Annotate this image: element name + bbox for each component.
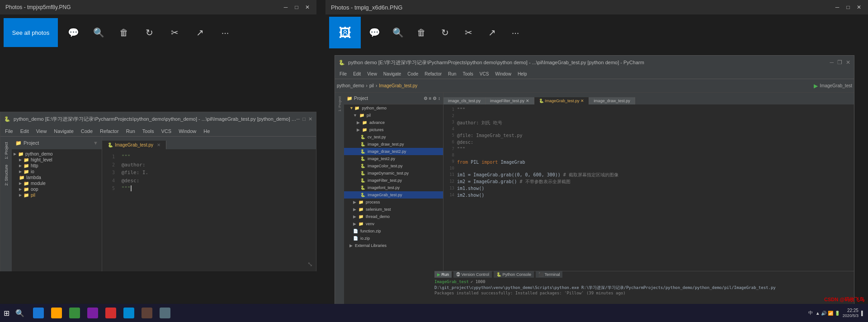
inner-pycharm-close[interactable]: ✕ [846,59,850,66]
right-close-button[interactable]: ✕ [855,4,863,11]
tree-item-hight-level[interactable]: ▶ 📁 hight_level [12,157,102,163]
inner-menu-vcs[interactable]: VCS [477,71,492,76]
tree-item-lambda[interactable]: 📁 lambda [12,175,102,180]
inner-menu-file[interactable]: File [337,71,349,76]
tree-item-io[interactable]: ▶ 📁 io [12,169,102,175]
pycharm-minimize[interactable]: ─ [297,116,300,122]
maximize-button[interactable]: □ [293,4,300,11]
tree-item-oop[interactable]: ▶ 📁 oop [12,186,102,192]
inner-tree-imagecolor[interactable]: 🐍 imageColor_test.py [344,162,443,170]
right-comment-icon-button[interactable]: 💬 [364,23,384,43]
project-settings-icon[interactable]: ▼ [93,140,98,146]
inner-menu-run[interactable]: Run [445,71,459,76]
inner-project-settings[interactable]: ⚙ ≡ ⚙ ↕ [424,96,440,101]
right-maximize-button[interactable]: □ [844,4,852,11]
rotate-icon-button[interactable]: ↻ [139,23,159,43]
inner-tree-io-zip[interactable]: 📄 io.zip [344,235,443,242]
taskbar-item-1[interactable] [30,305,47,321]
inner-tab-imagefilter[interactable]: imageFilter_test.py ✕ [486,97,534,104]
editor-tab-imagegrab[interactable]: 🐍 ImageGrab_test.py ✕ [102,141,166,149]
menu-file[interactable]: File [2,128,16,134]
inner-menu-help[interactable]: Help [515,71,530,76]
taskbar-search[interactable]: 🔍 [13,306,27,320]
see-all-photos-button[interactable]: See all photos [4,18,58,47]
show-desktop[interactable]: ▌ [861,311,864,316]
minimize-button[interactable]: ─ [282,4,289,11]
right-more-icon-button[interactable]: ··· [505,23,525,43]
inner-menu-view[interactable]: View [364,71,380,76]
inner-tree-python-demo[interactable]: ▼ 📁 python_demo [344,104,443,112]
sidebar-structure-tab[interactable]: 2: Structure [3,163,9,188]
tab-close-icon[interactable]: ✕ [157,142,160,147]
taskbar-item-8[interactable] [157,305,173,321]
inner-tab-imagegrab[interactable]: 🐍 ImageGrab_test.py ✕ [534,97,590,104]
inner-tree-imagedynamic[interactable]: 🐍 imageDynamic_test.py [344,170,443,177]
menu-tools[interactable]: Tools [140,128,157,134]
inner-tree-pictures[interactable]: ▶ 📁 pictures [344,126,443,133]
pycharm-maximize[interactable]: □ [302,116,306,122]
menu-edit[interactable]: Edit [18,128,32,134]
inner-tree-imagefont[interactable]: 🐍 imagefont_test.py [344,184,443,191]
inner-menu-code[interactable]: Code [405,71,421,76]
more-icon-button[interactable]: ··· [215,23,235,43]
inner-tree-process[interactable]: ▶ 📁 process [344,199,443,206]
tree-item-pil[interactable]: ▶ 📁 pil [12,192,102,198]
bottom-tab-python-console[interactable]: 🐍 Python Console [494,271,534,278]
taskbar-item-2[interactable] [48,305,65,321]
taskbar-time[interactable]: 22:25 2020/5/3 [843,308,859,319]
bottom-tab-terminal[interactable]: ⬛ Terminal [536,271,562,278]
delete-icon-button[interactable]: 🗑 [114,23,134,43]
inner-tree-selenium[interactable]: ▶ 📁 selenium_test [344,206,443,213]
sidebar-project-tab[interactable]: 1: Project [3,140,9,161]
bottom-tab-run[interactable]: ▶ Run [443,271,452,278]
inner-tree-cv-test[interactable]: 🐍 cv_test.py [344,133,443,141]
draw-icon-button[interactable]: ✂ [165,23,184,43]
menu-window[interactable]: Window [176,128,199,134]
menu-refactor[interactable]: Refactor [97,128,122,134]
tree-item-python-demo[interactable]: ▶ 📁 python_demo [12,151,102,157]
inner-tab-image-draw[interactable]: image_draw_test.py [589,97,635,104]
inner-tree-image-draw2[interactable]: 🐍 image_draw_test2.py [344,148,443,155]
inner-tree-pil[interactable]: ▼ 📁 pil [344,112,443,119]
bottom-tab-vcs[interactable]: ⓾ Version Control [453,271,492,278]
input-method[interactable]: 中 [808,310,813,316]
inner-tree-thread[interactable]: ▶ 📁 thread_demo [344,213,443,220]
inner-tree-image-draw[interactable]: 🐍 image_draw_test.py [344,141,443,148]
inner-menu-window[interactable]: Window [492,71,514,76]
right-delete-icon-button[interactable]: 🗑 [411,23,431,43]
taskbar-item-4[interactable] [85,305,101,321]
menu-run[interactable]: Run [123,128,138,134]
resize-handle[interactable]: ⤡ [307,260,313,268]
photos-image-button[interactable]: 🖼 [329,17,361,48]
right-share-icon-button[interactable]: ↗ [482,23,502,43]
inner-menu-refactor[interactable]: Refactor [422,71,444,76]
menu-view[interactable]: View [33,128,50,134]
inner-pycharm-minimize[interactable]: ─ [830,59,834,66]
right-rotate-icon-button[interactable]: ↻ [435,23,455,43]
inner-tree-venv[interactable]: ▶ 📁 venv [344,220,443,227]
taskbar-item-3[interactable] [66,305,83,321]
inner-tab-image-cls[interactable]: image_cls_test.py [443,97,486,104]
inner-tree-imagefilter[interactable]: 🐍 imageFilter_test.py [344,177,443,184]
inner-tree-advance[interactable]: ▶ 📁 advance [344,119,443,126]
menu-he[interactable]: He [201,128,212,134]
right-zoom-in-icon-button[interactable]: 🔍 [388,23,408,43]
pycharm-close[interactable]: ✕ [308,116,312,122]
inner-menu-edit[interactable]: Edit [350,71,363,76]
run-icon[interactable]: ▶ [814,83,818,89]
taskbar-item-7[interactable] [139,305,155,321]
comment-icon-button[interactable]: 💬 [63,23,83,43]
share-icon-button[interactable]: ↗ [190,23,210,43]
inner-menu-tools[interactable]: Tools [460,71,476,76]
inner-tree-image-test2[interactable]: 🐍 image_test2.py [344,155,443,162]
inner-pycharm-restore[interactable]: ❐ [837,59,842,66]
taskbar-item-6[interactable] [121,305,137,321]
inner-tree-imagegrab[interactable]: 🐍 ImageGrab_test.py [344,191,443,199]
zoom-in-icon-button[interactable]: 🔍 [89,23,108,43]
menu-navigate[interactable]: Navigate [51,128,76,134]
inner-menu-navigate[interactable]: Navigate [381,71,404,76]
inner-tree-external-libs[interactable]: ▶ External Libraries [344,242,443,249]
inner-editor-content[interactable]: 1 """ 2 3 @author: 刘氏 吃号 4 [443,104,854,200]
right-minimize-button[interactable]: ─ [834,4,841,11]
close-button[interactable]: ✕ [304,4,311,11]
